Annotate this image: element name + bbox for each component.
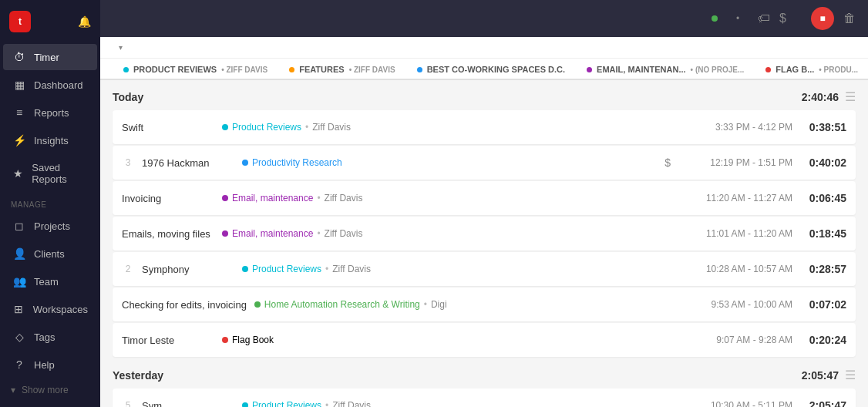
week-bar: ▾ (100, 37, 868, 59)
entry-duration: 0:20:24 (800, 334, 846, 346)
stop-timer-button[interactable]: ■ (811, 7, 834, 30)
filter-tab-1[interactable]: FEATURES • ZIFF DAVIS (278, 59, 405, 80)
entry-time-range: 11:20 AM - 11:27 AM (685, 193, 792, 204)
day-section-yesterday: Yesterday 2:05:47 ☰ 5Sym Product Reviews… (100, 358, 868, 407)
sidebar-item-reports[interactable]: ≡ Reports (3, 99, 97, 126)
insights-icon: ⚡ (12, 134, 26, 146)
filter-tab-2[interactable]: BEST CO-WORKING SPACES D.C. (406, 59, 576, 80)
project-dot (222, 124, 228, 130)
sidebar-item-label: Insights (34, 135, 69, 146)
entry-duration: 0:28:57 (800, 263, 846, 275)
entry-duration: 0:40:02 (800, 156, 846, 169)
main-content: • 🏷 $ ■ 🗑 ▾ PRODUCT REVIEWS • ZIFF DAVIS… (100, 0, 868, 407)
table-row[interactable]: 31976 Hackman Productivity Research $12:… (113, 146, 856, 180)
filter-tab-3[interactable]: EMAIL, MAINTENAN... • (NO PROJE... (576, 59, 755, 80)
entry-time-range: 9:07 AM - 9:28 AM (685, 335, 792, 345)
project-dot (242, 402, 248, 407)
sidebar-item-tags[interactable]: ◇ Tags (3, 324, 97, 350)
list-view-icon[interactable]: ☰ (845, 368, 856, 382)
billing-icon[interactable]: $ (779, 12, 786, 25)
sidebar-item-workspaces[interactable]: ⊞ Workspaces (3, 296, 97, 322)
tab-name: FLAG B... (775, 65, 814, 74)
tab-name: BEST CO-WORKING SPACES D.C. (427, 65, 565, 74)
projects-icon: ◻ (12, 220, 26, 232)
sidebar-item-help[interactable]: ? Help (3, 352, 97, 378)
sidebar-item-timer[interactable]: ⏱ Timer (3, 44, 97, 70)
entry-project: Flag Book (222, 335, 671, 345)
project-dot (242, 266, 248, 272)
entry-name: Symphony (142, 264, 234, 275)
sidebar-item-insights[interactable]: ⚡ Insights (3, 127, 97, 153)
sidebar-item-team[interactable]: 👥 Team (3, 268, 97, 294)
entry-time-range: 12:19 PM - 1:51 PM (685, 157, 792, 168)
tab-dot (123, 67, 129, 72)
entry-time-range: 11:01 AM - 11:20 AM (685, 228, 792, 239)
chevron-down-icon: ▾ (11, 385, 15, 395)
sidebar-item-label: Saved Reports (32, 162, 88, 185)
entry-count: 2 (122, 264, 134, 274)
project-dot (222, 337, 228, 343)
sidebar-item-label: Projects (34, 220, 70, 232)
filter-tab-0[interactable]: PRODUCT REVIEWS • ZIFF DAVIS (113, 59, 278, 80)
week-chevron-icon[interactable]: ▾ (119, 43, 123, 52)
header: • 🏷 $ ■ 🗑 (100, 0, 868, 37)
project-name: Product Reviews (232, 122, 301, 133)
billable-icon: $ (664, 156, 671, 169)
notification-bell-icon[interactable]: 🔔 (78, 15, 91, 28)
sidebar-item-label: Timer (34, 52, 59, 63)
entry-project: Email, maintenance • Ziff Davis (222, 193, 671, 204)
sidebar-item-label: Team (34, 276, 59, 288)
sidebar-item-label: Workspaces (33, 304, 88, 315)
table-row[interactable]: Swift Product Reviews • Ziff Davis 3:33 … (113, 110, 856, 144)
table-row[interactable]: 5Sym Product Reviews • Ziff Davis 10:30 … (113, 388, 856, 407)
sidebar-item-projects[interactable]: ◻ Projects (3, 213, 97, 239)
table-row[interactable]: Emails, moving files Email, maintenance … (113, 217, 856, 251)
entry-duration: 0:38:51 (800, 121, 846, 133)
entry-duration: 0:18:45 (800, 227, 846, 240)
table-row[interactable]: Timor Leste Flag Book 9:07 AM - 9:28 AM0… (113, 323, 856, 357)
project-dot (254, 301, 261, 308)
entry-project: Product Reviews • Ziff Davis (242, 264, 671, 274)
table-row[interactable]: Invoicing Email, maintenance • Ziff Davi… (113, 181, 856, 215)
day-label: Yesterday (113, 369, 163, 382)
filter-tab-4[interactable]: FLAG B... • PRODU... (755, 59, 868, 80)
sidebar-item-label: Help (34, 359, 55, 371)
entry-project: Product Reviews • Ziff Davis (222, 122, 671, 133)
sidebar-item-dashboard[interactable]: ▦ Dashboard (3, 72, 97, 98)
show-more-button[interactable]: ▾ Show more (0, 378, 100, 402)
tag-icon[interactable]: 🏷 (758, 12, 770, 25)
entry-duration: 0:07:02 (800, 298, 846, 311)
project-name: Productivity Research (252, 157, 342, 168)
tab-name: PRODUCT REVIEWS (133, 65, 217, 74)
discard-icon[interactable]: 🗑 (843, 12, 856, 25)
list-view-icon[interactable]: ☰ (845, 89, 856, 104)
project-name: Home Automation Research & Writing (264, 299, 420, 310)
entry-user: Ziff Davis (332, 400, 371, 407)
entry-name: Sym (142, 400, 234, 408)
table-row[interactable]: 2Symphony Product Reviews • Ziff Davis 1… (113, 252, 856, 286)
day-header: Yesterday 2:05:47 ☰ (113, 358, 856, 388)
entry-count: 3 (122, 157, 134, 168)
tab-name: FEATURES (299, 65, 344, 74)
sidebar-item-label: Dashboard (34, 79, 83, 91)
tab-dot (289, 67, 294, 72)
sidebar-item-clients[interactable]: 👤 Clients (3, 240, 97, 267)
logo-icon: t (9, 11, 31, 32)
entry-duration: 0:06:45 (800, 192, 846, 204)
sidebar-item-saved-reports[interactable]: ★ Saved Reports (3, 155, 97, 192)
show-more-label: Show more (22, 385, 69, 395)
tab-sub: • PRODU... (819, 66, 858, 74)
table-row[interactable]: Checking for edits, invoicing Home Autom… (113, 288, 856, 321)
entry-name: Swift (122, 122, 214, 133)
timer-icon: ⏱ (12, 51, 26, 63)
project-name: Email, maintenance (232, 228, 313, 239)
reports-icon: ≡ (12, 106, 26, 119)
day-total: 2:05:47 (802, 369, 839, 382)
entry-name: 1976 Hackman (142, 157, 234, 169)
entry-duration: 2:05:47 (800, 399, 846, 407)
tab-dot (417, 67, 422, 72)
entry-user: Ziff Davis (325, 193, 363, 204)
filter-tabs: PRODUCT REVIEWS • ZIFF DAVIS FEATURES • … (100, 59, 868, 80)
project-name: Product Reviews (252, 400, 321, 407)
entry-time-range: 10:30 AM - 5:11 PM (685, 400, 792, 407)
